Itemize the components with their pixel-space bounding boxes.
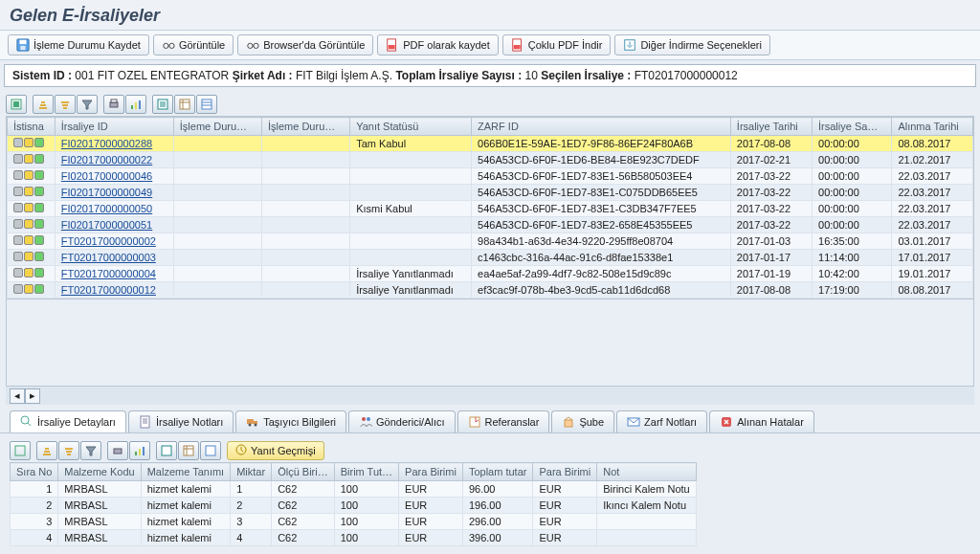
- table-row[interactable]: FT02017000000004İrsaliye Yanıtlanmadıea4…: [8, 266, 973, 282]
- table-row[interactable]: FI02017000000288Tam Kabul066B0E1E-59AE-1…: [8, 136, 973, 152]
- tab-referanslar[interactable]: Referanslar: [457, 410, 550, 432]
- grid-header[interactable]: Alınma Tarihi: [892, 118, 973, 136]
- irsaliye-link[interactable]: FT02017000000003: [61, 252, 156, 263]
- grid-export-button[interactable]: [152, 95, 173, 114]
- status-lights-icon: [13, 154, 44, 164]
- irsaliye-link[interactable]: FI02017000000022: [61, 154, 152, 166]
- svg-rect-34: [15, 446, 25, 455]
- table-row[interactable]: FT0201700000000298a434b1-a63d-4e34-9220-…: [8, 233, 973, 250]
- horizontal-scrollbar[interactable]: ◂ ▸: [6, 386, 974, 405]
- detail-header[interactable]: Miktar: [231, 463, 272, 481]
- irsaliye-link[interactable]: FT02017000000012: [61, 284, 156, 296]
- irsaliye-link[interactable]: FT02017000000004: [61, 268, 156, 279]
- tab-irsaliye-notlari[interactable]: İrsaliye Notları: [128, 410, 234, 432]
- tarih-cell: 2017-08-08: [730, 136, 812, 152]
- irsaliye-id-cell[interactable]: FT02017000000004: [55, 266, 173, 282]
- irsaliye-id-cell[interactable]: FT02017000000012: [55, 282, 173, 299]
- grid-header[interactable]: İrsaliye ID: [55, 118, 173, 136]
- detail-header[interactable]: Toplam tutar: [462, 463, 533, 481]
- tab-zarf-notlari[interactable]: Zarf Notları: [616, 410, 707, 432]
- irsaliye-id-cell[interactable]: FT02017000000002: [55, 233, 173, 250]
- irsaliye-id-cell[interactable]: FI02017000000051: [55, 217, 173, 233]
- grid-chart-button[interactable]: [125, 95, 146, 114]
- view-button[interactable]: Görüntüle: [153, 34, 234, 55]
- irsaliye-link[interactable]: FI02017000000288: [61, 138, 152, 149]
- detail-header[interactable]: Birim Tut…: [334, 463, 398, 481]
- svg-rect-20: [180, 100, 189, 109]
- pdf-save-button[interactable]: PDF olarak kaydet: [377, 34, 498, 55]
- table-row[interactable]: FT02017000000012İrsaliye Yanıtlanmadıef3…: [8, 282, 973, 299]
- cell: [261, 152, 349, 168]
- grid-header[interactable]: İrsaliye Sa…: [813, 118, 892, 136]
- detail-sort-asc-button[interactable]: [36, 441, 57, 460]
- irsaliye-id-cell[interactable]: FT02017000000003: [55, 250, 173, 266]
- irsaliye-id-cell[interactable]: FI02017000000049: [55, 185, 173, 201]
- table-row[interactable]: FT02017000000003c1463cbc-316a-44ac-91c6-…: [8, 250, 973, 266]
- detail-export-button[interactable]: [156, 441, 177, 460]
- irsaliye-link[interactable]: FI02017000000050: [61, 203, 152, 214]
- yanit-gecmisi-button[interactable]: Yanıt Geçmişi: [227, 441, 324, 460]
- table-row[interactable]: 2MRBASLhizmet kalemi2C62100EUR196.00EURI…: [11, 498, 697, 514]
- detail-details-button[interactable]: [10, 441, 31, 460]
- table-row[interactable]: 4MRBASLhizmet kalemi4C62100EUR396.00EUR: [11, 530, 697, 546]
- table-row[interactable]: FI02017000000051546A53CD-6F0F-1ED7-83E2-…: [8, 217, 973, 233]
- cell: MRBASL: [58, 498, 141, 514]
- table-row[interactable]: 1MRBASLhizmet kalemi1C62100EUR96.00EURBi…: [11, 481, 697, 498]
- detail-header[interactable]: Para Birimi: [399, 463, 463, 481]
- irsaliye-link[interactable]: FI02017000000049: [61, 187, 152, 198]
- browser-view-button[interactable]: Browser'da Görüntüle: [237, 34, 373, 55]
- tab-alinan-hatalar[interactable]: Alınan Hatalar: [709, 410, 814, 432]
- scroll-right-button[interactable]: ▸: [25, 388, 40, 404]
- detail-sort-desc-button[interactable]: [58, 441, 79, 460]
- grid-settings-button[interactable]: [196, 95, 217, 114]
- detail-settings-button[interactable]: [200, 441, 221, 460]
- grid-sort-asc-button[interactable]: [33, 95, 54, 114]
- grid-sort-desc-button[interactable]: [55, 95, 76, 114]
- detail-print-button[interactable]: [107, 441, 128, 460]
- detail-header[interactable]: Para Birimi: [533, 463, 597, 481]
- irsaliye-link[interactable]: FI02017000000046: [61, 170, 152, 182]
- table-row[interactable]: FI02017000000050Kısmi Kabul546A53CD-6F0F…: [8, 201, 973, 217]
- other-download-button[interactable]: Diğer İndirme Seçenekleri: [614, 34, 770, 55]
- multi-pdf-button[interactable]: Çoklu PDF İndir: [502, 34, 612, 55]
- irsaliye-link[interactable]: FT02017000000002: [61, 235, 156, 247]
- tab-sube[interactable]: Şube: [551, 410, 614, 432]
- grid-filter-button[interactable]: [77, 95, 98, 114]
- table-row[interactable]: FI02017000000046546A53CD-6F0F-1ED7-83E1-…: [8, 168, 973, 185]
- grid-header[interactable]: İrsaliye Tarihi: [730, 118, 812, 136]
- status-cell: [8, 185, 56, 201]
- grid-header[interactable]: İşleme Duru…: [261, 118, 349, 136]
- detail-header[interactable]: Ölçü Biri…: [272, 463, 335, 481]
- cell: [173, 250, 261, 266]
- irsaliye-id-cell[interactable]: FI02017000000288: [55, 136, 173, 152]
- save-status-button[interactable]: İşleme Durumu Kaydet: [8, 34, 149, 55]
- status-lights-icon: [13, 284, 44, 294]
- irsaliye-id-cell[interactable]: FI02017000000050: [55, 201, 173, 217]
- tab-irsaliye-detaylari[interactable]: İrsaliye Detayları: [10, 410, 126, 432]
- detail-header[interactable]: Sıra No: [11, 463, 58, 481]
- grid-header[interactable]: ZARF ID: [472, 118, 731, 136]
- detail-header[interactable]: Malzeme Tanımı: [141, 463, 231, 481]
- table-row[interactable]: FI02017000000022546A53CD-6F0F-1ED6-BE84-…: [8, 152, 973, 168]
- cell: 1: [231, 481, 272, 498]
- irsaliye-id-cell[interactable]: FI02017000000022: [55, 152, 173, 168]
- tab-gonderici[interactable]: Gönderici/Alıcı: [348, 410, 456, 432]
- grid-details-button[interactable]: [6, 95, 27, 114]
- scroll-left-button[interactable]: ◂: [10, 388, 25, 404]
- grid-print-button[interactable]: [103, 95, 124, 114]
- tab-tasiyici[interactable]: Taşıyıcı Bilgileri: [235, 410, 346, 432]
- table-row[interactable]: FI02017000000049546A53CD-6F0F-1ED7-83E1-…: [8, 185, 973, 201]
- grid-layout-button[interactable]: [174, 95, 195, 114]
- table-row[interactable]: 3MRBASLhizmet kalemi3C62100EUR296.00EUR: [11, 514, 697, 530]
- irsaliye-id-cell[interactable]: FI02017000000046: [55, 168, 173, 185]
- detail-chart-button[interactable]: [129, 441, 150, 460]
- status-cell: [8, 266, 56, 282]
- detail-header[interactable]: Not: [597, 463, 696, 481]
- detail-filter-button[interactable]: [80, 441, 101, 460]
- grid-header[interactable]: İstisna: [8, 118, 56, 136]
- grid-header[interactable]: İşleme Duru…: [173, 118, 261, 136]
- grid-header[interactable]: Yanıt Statüsü: [350, 118, 472, 136]
- detail-header[interactable]: Malzeme Kodu: [58, 463, 141, 481]
- detail-layout-button[interactable]: [178, 441, 199, 460]
- irsaliye-link[interactable]: FI02017000000051: [61, 219, 152, 231]
